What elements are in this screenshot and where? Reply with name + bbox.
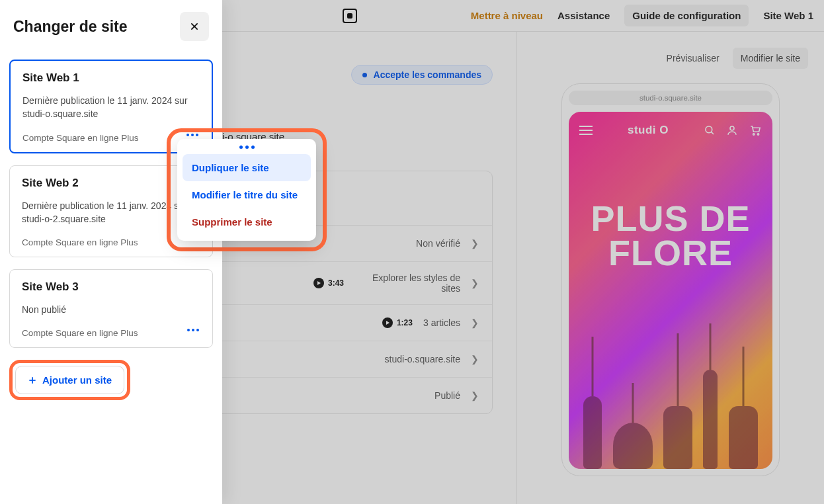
chevron-right-icon: ❯ [471,238,479,249]
highlight-annotation: Dupliquer le site Modifier le titre du s… [167,128,327,251]
hero-illustration [569,330,772,469]
plus-icon [28,376,37,385]
menu-item-delete[interactable]: Supprimer le site [183,208,311,235]
site-card-3[interactable]: Site Web 3 Non publié Compte Square en l… [9,269,213,348]
svg-point-2 [730,126,734,130]
chevron-right-icon: ❯ [471,278,479,288]
hamburger-icon[interactable] [579,126,593,135]
site-meta: Non publié [22,303,200,316]
brand-label: studi O [628,124,669,137]
square-logo-icon [343,9,357,23]
menu-item-duplicate[interactable]: Dupliquer le site [183,154,311,181]
close-icon [189,21,200,32]
close-button[interactable] [180,12,209,41]
preview-link[interactable]: Prévisualiser [667,53,720,63]
video-pill[interactable]: 1:23 [382,317,413,328]
hero-headline: PLUS DE FLORE [569,202,772,271]
orders-status-pill[interactable]: Accepte les commandes [351,65,493,85]
upgrade-link[interactable]: Mettre à niveau [471,10,543,21]
user-icon[interactable] [726,124,738,136]
switcher-title: Changer de site [13,18,128,36]
site-name: Site Web 1 [22,71,200,85]
site-plan: Compte Square en ligne Plus [22,328,200,338]
play-icon [313,278,324,288]
site-name: Site Web 3 [22,280,200,294]
site-switcher-panel: Changer de site Site Web 1 Dernière publ… [0,0,222,504]
preview-url-bar: studi-o.square.site [569,91,772,105]
phone-preview: studi-o.square.site studi O [561,83,780,476]
chevron-right-icon: ❯ [471,390,479,401]
menu-item-rename[interactable]: Modifier le titre du site [183,181,311,208]
site-actions-menu: Dupliquer le site Modifier le titre du s… [177,139,316,241]
site-actions-button[interactable] [182,321,204,339]
cart-icon[interactable] [749,124,762,136]
status-dot-icon [362,73,367,77]
svg-line-1 [711,132,714,134]
current-site-label[interactable]: Site Web 1 [763,10,813,21]
svg-point-4 [757,134,759,135]
chevron-right-icon: ❯ [471,317,479,328]
search-icon[interactable] [704,124,716,136]
chevron-right-icon: ❯ [471,354,479,364]
more-dots-icon [183,146,311,154]
svg-point-3 [753,134,755,135]
svg-point-0 [706,126,712,133]
preview-panel: Prévisualiser Modifier le site studi-o.s… [516,32,824,504]
assistance-link[interactable]: Assistance [557,10,610,21]
video-pill[interactable]: 3:43 [313,278,344,288]
highlight-annotation: Ajouter un site [9,360,130,400]
play-icon [382,317,393,328]
add-site-button[interactable]: Ajouter un site [15,366,124,394]
site-meta: Dernière publication le 11 janv. 2024 su… [22,94,200,121]
modify-site-button[interactable]: Modifier le site [733,48,808,69]
setup-guide-button[interactable]: Guide de configuration [624,5,749,26]
